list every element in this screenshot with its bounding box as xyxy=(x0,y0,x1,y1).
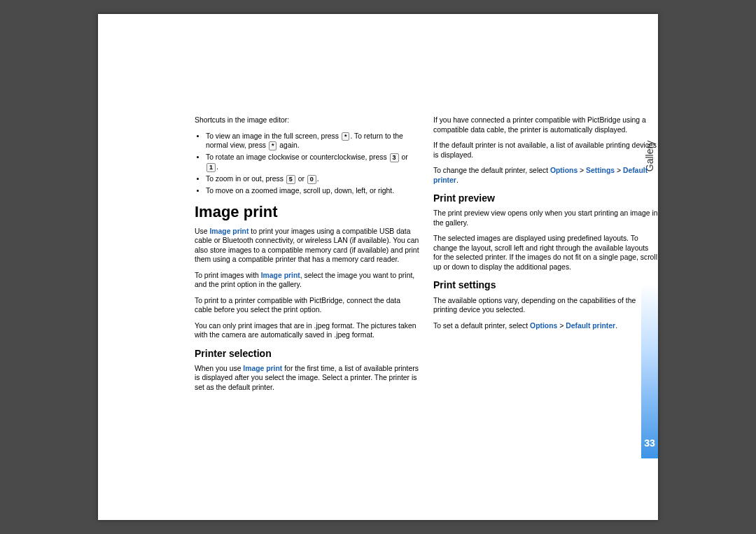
key-star-icon: * xyxy=(269,141,277,150)
heading-print-preview: Print preview xyxy=(433,192,658,204)
heading-printer-selection: Printer selection xyxy=(195,347,419,360)
shortcuts-intro: Shortcuts in the image editor: xyxy=(195,115,419,125)
text: . xyxy=(216,163,218,171)
text: To change the default printer, select xyxy=(433,167,550,174)
ui-term: Image print xyxy=(261,272,300,279)
paragraph: The print preview view opens only when y… xyxy=(433,209,658,227)
text: . xyxy=(317,175,319,183)
list-item: To rotate an image clockwise or counterc… xyxy=(206,153,419,172)
list-item: To view an image in the full screen, pre… xyxy=(206,132,419,151)
paragraph: To print images with Image print, select… xyxy=(195,271,419,290)
text: . xyxy=(615,322,617,330)
text: To print images with xyxy=(195,272,261,279)
heading-print-settings: Print settings xyxy=(433,279,658,291)
key-zero-icon: 0 xyxy=(307,175,316,184)
text: To zoom in or out, press xyxy=(206,175,286,183)
key-star-icon: * xyxy=(342,132,350,141)
text: To view an image in the full screen, pre… xyxy=(206,132,341,140)
manual-page: Gallery 33 Shortcuts in the image editor… xyxy=(98,14,658,520)
text: > xyxy=(578,167,586,174)
paragraph: The selected images are displayed using … xyxy=(433,234,658,272)
page-content: Shortcuts in the image editor: To view a… xyxy=(195,115,658,507)
paragraph: When you use Image print for the first t… xyxy=(195,364,419,393)
text: again. xyxy=(277,141,299,149)
text: Use xyxy=(195,227,209,235)
text: or xyxy=(296,175,307,183)
paragraph: To change the default printer, select Op… xyxy=(433,166,658,185)
list-item: To zoom in or out, press 5 or 0. xyxy=(206,174,419,184)
text: To set a default printer, select xyxy=(433,322,530,330)
key-three-icon: 3 xyxy=(390,153,399,162)
ui-term: Default printer xyxy=(566,322,615,330)
text: . xyxy=(456,176,458,184)
ui-term: Options xyxy=(550,167,578,174)
ui-term: Settings xyxy=(586,167,615,174)
paragraph: If you have connected a printer compatib… xyxy=(433,115,658,134)
paragraph: The available options vary, depending on… xyxy=(433,296,658,315)
ui-term: Image print xyxy=(243,365,282,372)
paragraph: Use Image print to print your images usi… xyxy=(195,227,419,265)
key-five-icon: 5 xyxy=(286,175,295,184)
paragraph: You can only print images that are in .j… xyxy=(195,321,419,340)
ui-term: Image print xyxy=(209,227,248,235)
text: When you use xyxy=(195,365,243,372)
ui-term: Options xyxy=(530,322,557,330)
text: > xyxy=(615,167,623,174)
shortcuts-list: To view an image in the full screen, pre… xyxy=(195,132,419,196)
paragraph: To set a default printer, select Options… xyxy=(433,321,658,331)
text: or xyxy=(400,153,408,161)
text: > xyxy=(557,322,566,330)
paragraph: To print to a printer compatible with Pi… xyxy=(195,296,419,315)
list-item: To move on a zoomed image, scroll up, do… xyxy=(206,186,419,196)
text-columns: Shortcuts in the image editor: To view a… xyxy=(195,115,658,416)
paragraph: If the default printer is not available,… xyxy=(433,141,658,160)
text: To rotate an image clockwise or counterc… xyxy=(206,153,389,161)
heading-image-print: Image print xyxy=(195,202,419,223)
key-one-icon: 1 xyxy=(206,163,216,172)
